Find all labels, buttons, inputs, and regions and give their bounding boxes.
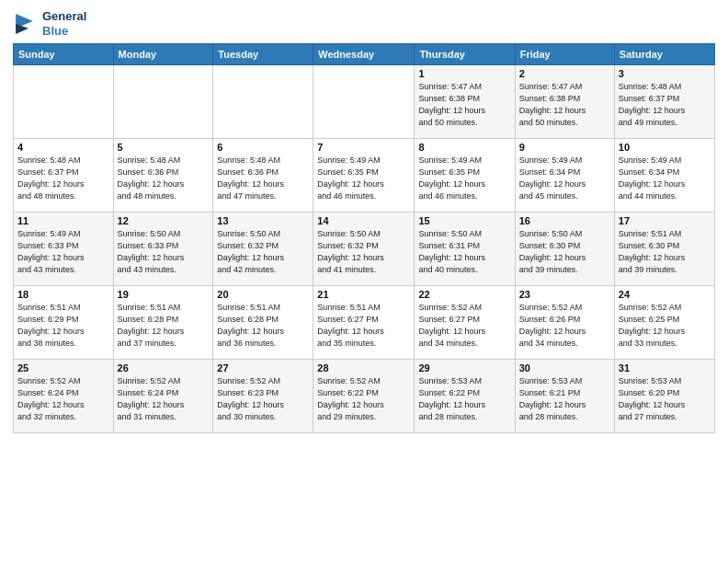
calendar-cell: 27Sunrise: 5:52 AMSunset: 6:23 PMDayligh… — [213, 360, 313, 433]
week-row-3: 11Sunrise: 5:49 AMSunset: 6:33 PMDayligh… — [14, 213, 715, 286]
header-day-saturday: Saturday — [614, 44, 714, 65]
calendar-cell: 17Sunrise: 5:51 AMSunset: 6:30 PMDayligh… — [614, 213, 714, 286]
calendar-cell — [14, 65, 114, 139]
day-number: 2 — [519, 68, 610, 79]
day-number: 6 — [217, 142, 309, 153]
calendar-cell: 23Sunrise: 5:52 AMSunset: 6:26 PMDayligh… — [515, 286, 614, 360]
day-number: 15 — [418, 215, 510, 226]
day-number: 10 — [619, 142, 711, 153]
day-number: 16 — [519, 215, 610, 226]
day-info: Sunrise: 5:50 AMSunset: 6:32 PMDaylight:… — [217, 228, 309, 276]
day-info: Sunrise: 5:52 AMSunset: 6:24 PMDaylight:… — [118, 375, 210, 423]
day-number: 20 — [217, 289, 309, 300]
calendar-cell: 19Sunrise: 5:51 AMSunset: 6:28 PMDayligh… — [113, 286, 213, 360]
day-number: 27 — [217, 362, 309, 373]
logo-area: General Blue — [13, 9, 86, 38]
day-info: Sunrise: 5:51 AMSunset: 6:29 PMDaylight:… — [17, 302, 109, 350]
day-info: Sunrise: 5:53 AMSunset: 6:22 PMDaylight:… — [418, 375, 510, 423]
day-number: 19 — [118, 289, 210, 300]
day-info: Sunrise: 5:48 AMSunset: 6:37 PMDaylight:… — [17, 155, 109, 202]
calendar-cell: 21Sunrise: 5:51 AMSunset: 6:27 PMDayligh… — [313, 286, 415, 360]
calendar-cell: 8Sunrise: 5:49 AMSunset: 6:35 PMDaylight… — [415, 139, 515, 213]
calendar-cell: 13Sunrise: 5:50 AMSunset: 6:32 PMDayligh… — [213, 213, 313, 286]
calendar-cell: 31Sunrise: 5:53 AMSunset: 6:20 PMDayligh… — [614, 360, 714, 433]
day-info: Sunrise: 5:50 AMSunset: 6:33 PMDaylight:… — [118, 228, 210, 276]
page: General Blue SundayMondayTuesdayWednesda… — [0, 0, 728, 563]
day-number: 26 — [118, 362, 210, 373]
calendar-cell — [113, 65, 213, 139]
day-number: 8 — [418, 142, 510, 153]
day-info: Sunrise: 5:51 AMSunset: 6:28 PMDaylight:… — [118, 302, 210, 350]
calendar-cell: 1Sunrise: 5:47 AMSunset: 6:38 PMDaylight… — [415, 65, 515, 139]
day-info: Sunrise: 5:50 AMSunset: 6:31 PMDaylight:… — [418, 228, 510, 276]
day-info: Sunrise: 5:51 AMSunset: 6:27 PMDaylight:… — [317, 302, 410, 350]
day-number: 17 — [619, 215, 711, 226]
calendar-cell: 30Sunrise: 5:53 AMSunset: 6:21 PMDayligh… — [515, 360, 614, 433]
day-number: 28 — [317, 362, 410, 373]
day-info: Sunrise: 5:52 AMSunset: 6:27 PMDaylight:… — [418, 302, 510, 350]
calendar-cell — [313, 65, 415, 139]
day-info: Sunrise: 5:48 AMSunset: 6:37 PMDaylight:… — [619, 81, 711, 129]
day-number: 4 — [17, 142, 109, 153]
day-number: 22 — [418, 289, 510, 300]
day-number: 3 — [619, 68, 711, 79]
day-info: Sunrise: 5:53 AMSunset: 6:21 PMDaylight:… — [519, 375, 610, 423]
day-number: 24 — [619, 289, 711, 300]
calendar-cell: 7Sunrise: 5:49 AMSunset: 6:35 PMDaylight… — [313, 139, 415, 213]
calendar-cell: 12Sunrise: 5:50 AMSunset: 6:33 PMDayligh… — [113, 213, 213, 286]
header-day-sunday: Sunday — [14, 44, 114, 65]
calendar-cell: 22Sunrise: 5:52 AMSunset: 6:27 PMDayligh… — [415, 286, 515, 360]
day-info: Sunrise: 5:47 AMSunset: 6:38 PMDaylight:… — [519, 81, 610, 129]
week-row-4: 18Sunrise: 5:51 AMSunset: 6:29 PMDayligh… — [14, 286, 715, 360]
week-row-5: 25Sunrise: 5:52 AMSunset: 6:24 PMDayligh… — [14, 360, 715, 433]
day-number: 31 — [619, 362, 711, 373]
day-number: 23 — [519, 289, 610, 300]
day-info: Sunrise: 5:51 AMSunset: 6:30 PMDaylight:… — [619, 228, 711, 276]
logo-text: General Blue — [42, 9, 86, 38]
day-number: 30 — [519, 362, 610, 373]
calendar-cell: 14Sunrise: 5:50 AMSunset: 6:32 PMDayligh… — [313, 213, 415, 286]
calendar-cell: 28Sunrise: 5:52 AMSunset: 6:22 PMDayligh… — [313, 360, 415, 433]
day-info: Sunrise: 5:52 AMSunset: 6:23 PMDaylight:… — [217, 375, 309, 423]
day-number: 1 — [418, 68, 510, 79]
day-info: Sunrise: 5:49 AMSunset: 6:34 PMDaylight:… — [619, 155, 711, 202]
calendar-cell: 29Sunrise: 5:53 AMSunset: 6:22 PMDayligh… — [415, 360, 515, 433]
calendar-cell: 15Sunrise: 5:50 AMSunset: 6:31 PMDayligh… — [415, 213, 515, 286]
day-info: Sunrise: 5:49 AMSunset: 6:35 PMDaylight:… — [317, 155, 410, 202]
day-number: 13 — [217, 215, 309, 226]
day-info: Sunrise: 5:50 AMSunset: 6:32 PMDaylight:… — [317, 228, 410, 276]
day-info: Sunrise: 5:47 AMSunset: 6:38 PMDaylight:… — [418, 81, 510, 129]
calendar-cell: 2Sunrise: 5:47 AMSunset: 6:38 PMDaylight… — [515, 65, 614, 139]
day-number: 12 — [118, 215, 210, 226]
day-info: Sunrise: 5:52 AMSunset: 6:26 PMDaylight:… — [519, 302, 610, 350]
day-info: Sunrise: 5:52 AMSunset: 6:22 PMDaylight:… — [317, 375, 410, 423]
calendar-cell: 11Sunrise: 5:49 AMSunset: 6:33 PMDayligh… — [14, 213, 114, 286]
week-row-2: 4Sunrise: 5:48 AMSunset: 6:37 PMDaylight… — [14, 139, 715, 213]
day-info: Sunrise: 5:49 AMSunset: 6:33 PMDaylight:… — [17, 228, 109, 276]
day-info: Sunrise: 5:50 AMSunset: 6:30 PMDaylight:… — [519, 228, 610, 276]
day-number: 7 — [317, 142, 410, 153]
calendar-table: SundayMondayTuesdayWednesdayThursdayFrid… — [13, 43, 715, 433]
day-number: 14 — [317, 215, 410, 226]
header-day-thursday: Thursday — [415, 44, 515, 65]
day-info: Sunrise: 5:48 AMSunset: 6:36 PMDaylight:… — [217, 155, 309, 202]
day-number: 25 — [17, 362, 109, 373]
calendar-cell: 16Sunrise: 5:50 AMSunset: 6:30 PMDayligh… — [515, 213, 614, 286]
calendar-cell: 20Sunrise: 5:51 AMSunset: 6:28 PMDayligh… — [213, 286, 313, 360]
day-info: Sunrise: 5:49 AMSunset: 6:35 PMDaylight:… — [418, 155, 510, 202]
day-info: Sunrise: 5:49 AMSunset: 6:34 PMDaylight:… — [519, 155, 610, 202]
day-info: Sunrise: 5:53 AMSunset: 6:20 PMDaylight:… — [619, 375, 711, 423]
calendar-header-row: SundayMondayTuesdayWednesdayThursdayFrid… — [14, 44, 715, 65]
day-info: Sunrise: 5:52 AMSunset: 6:25 PMDaylight:… — [619, 302, 711, 350]
day-number: 5 — [118, 142, 210, 153]
calendar-cell: 26Sunrise: 5:52 AMSunset: 6:24 PMDayligh… — [113, 360, 213, 433]
header-day-monday: Monday — [113, 44, 213, 65]
day-number: 21 — [317, 289, 410, 300]
calendar-cell: 5Sunrise: 5:48 AMSunset: 6:36 PMDaylight… — [113, 139, 213, 213]
header-day-tuesday: Tuesday — [213, 44, 313, 65]
day-info: Sunrise: 5:48 AMSunset: 6:36 PMDaylight:… — [118, 155, 210, 202]
header-day-wednesday: Wednesday — [313, 44, 415, 65]
day-number: 29 — [418, 362, 510, 373]
calendar-cell: 18Sunrise: 5:51 AMSunset: 6:29 PMDayligh… — [14, 286, 114, 360]
day-number: 18 — [17, 289, 109, 300]
